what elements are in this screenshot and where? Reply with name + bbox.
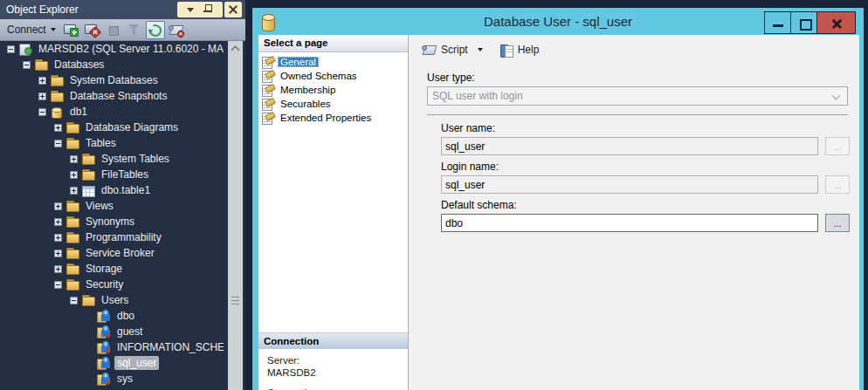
refresh-icon	[148, 23, 162, 37]
tree-item-databases[interactable]: Databases	[0, 57, 224, 72]
page-item-general[interactable]: General	[261, 55, 408, 69]
tree-expander-icon[interactable]	[70, 187, 78, 195]
close-panel-button[interactable]	[224, 2, 242, 17]
page-icon	[261, 84, 275, 96]
tree-node-icon	[65, 216, 79, 228]
tree-node-icon	[65, 231, 79, 243]
tree-expander-icon[interactable]	[54, 202, 62, 210]
tree-expander-icon[interactable]	[38, 77, 46, 85]
tree-node-icon	[65, 137, 79, 149]
tree-expander-icon[interactable]	[38, 108, 46, 116]
login-name-label: Login name:	[441, 161, 859, 173]
disconnect-server-icon	[85, 23, 100, 37]
tree-item-information-schema[interactable]: INFORMATION_SCHEMA	[0, 339, 224, 355]
tree-item-db1[interactable]: db1	[0, 104, 224, 120]
dialog-toolbar: Script Help	[409, 35, 859, 65]
stop-button[interactable]	[104, 21, 123, 39]
tree-expander-icon[interactable]	[38, 92, 46, 100]
pin-icon[interactable]	[203, 3, 213, 16]
tree-item-label: INFORMATION_SCHEMA	[114, 340, 224, 354]
tree-item-service-broker[interactable]: Service Broker	[0, 245, 224, 261]
user-type-label: User type:	[427, 72, 859, 84]
tree-expander-icon[interactable]	[23, 61, 31, 69]
tree-item-tables[interactable]: Tables	[0, 135, 224, 151]
page-item-membership[interactable]: Membership	[261, 83, 408, 97]
tree-item-label: dbo	[114, 309, 137, 323]
tree-item-filetables[interactable]: FileTables	[0, 167, 224, 182]
tree-expander-icon[interactable]	[54, 250, 62, 257]
filter-button[interactable]	[125, 21, 144, 39]
dialog-body: Select a page General Owned Schemas Memb…	[258, 35, 859, 390]
auto-generate-scripts-button[interactable]	[167, 21, 186, 39]
script-dropdown-icon[interactable]	[478, 48, 483, 51]
tree-item-system-databases[interactable]: System Databases	[0, 72, 224, 88]
tree-expander-icon[interactable]	[54, 218, 62, 226]
tree-expander-icon[interactable]	[54, 234, 62, 242]
tree-scrollbar[interactable]	[228, 41, 243, 390]
page-icon	[261, 70, 275, 82]
tree-item-system-tables[interactable]: System Tables	[0, 151, 224, 167]
tree-item-label: System Databases	[67, 73, 161, 87]
tree-node-icon	[97, 325, 111, 338]
tree-expander-icon[interactable]	[54, 124, 62, 132]
tree-expander-icon[interactable]	[70, 171, 78, 179]
refresh-button[interactable]	[146, 21, 165, 39]
default-schema-field[interactable]	[441, 214, 818, 232]
tree-item-marsdb2-sql-server-11-0-6020-mar[interactable]: MARSDB2 (SQL Server 11.0.6020 - MARSD	[0, 41, 224, 57]
page-list: General Owned Schemas Membership Securab…	[258, 52, 408, 125]
tree-node-icon	[81, 168, 95, 181]
tree-node-icon	[34, 58, 48, 71]
page-item-label: Securables	[278, 99, 334, 109]
tree-item-programmability[interactable]: Programmability	[0, 229, 224, 245]
window-position-menu-icon[interactable]	[187, 8, 194, 12]
login-name-field[interactable]	[441, 175, 818, 194]
tree-item-guest[interactable]: guest	[0, 324, 224, 339]
app-root: Object Explorer Connect	[0, 0, 868, 390]
scroll-up-arrow-icon[interactable]	[228, 41, 243, 55]
page-item-extended-properties[interactable]: Extended Properties	[261, 111, 408, 125]
scrollbar-thumb-grip[interactable]	[231, 297, 239, 305]
user-name-label: User name:	[441, 122, 859, 134]
tree-item-synonyms[interactable]: Synonyms	[0, 214, 224, 229]
tree-node-icon	[65, 247, 79, 259]
object-explorer-panel: Object Explorer Connect	[0, 0, 245, 390]
tree-expander-icon[interactable]	[54, 281, 62, 289]
tree-expander-icon[interactable]	[7, 45, 15, 53]
dialog-title: Database User - sql_user	[484, 14, 632, 29]
dialog-title-bar[interactable]: Database User - sql_user	[252, 8, 864, 35]
tree-item-sql-user[interactable]: sql_user	[0, 355, 224, 371]
tree-expander-icon[interactable]	[54, 140, 62, 147]
tree-item-dbo[interactable]: dbo	[0, 308, 224, 324]
maximize-button[interactable]	[790, 11, 817, 34]
login-name-browse-button[interactable]: ...	[825, 175, 850, 194]
disconnect-server-button[interactable]	[83, 21, 102, 39]
tree-item-dbo-table1[interactable]: dbo.table1	[0, 182, 224, 198]
tree-item-database-diagrams[interactable]: Database Diagrams	[0, 120, 224, 135]
tree-node-icon	[81, 184, 95, 196]
tree-expander-icon[interactable]	[54, 265, 62, 273]
page-item-owned-schemas[interactable]: Owned Schemas	[261, 69, 408, 83]
tree-item-sys[interactable]: sys	[0, 371, 224, 387]
user-name-field[interactable]	[441, 137, 818, 155]
default-schema-browse-button[interactable]: ...	[825, 214, 850, 232]
minimize-button[interactable]	[764, 11, 791, 34]
tree-expander-icon[interactable]	[70, 155, 78, 163]
connect-button[interactable]: Connect	[0, 21, 61, 39]
tree-item-label: System Tables	[99, 152, 172, 166]
object-explorer-title: Object Explorer	[6, 3, 79, 16]
help-button[interactable]: Help	[495, 41, 544, 59]
close-button[interactable]	[816, 11, 856, 34]
user-type-combobox[interactable]: SQL user with login	[427, 86, 848, 106]
tree-expander-icon[interactable]	[70, 297, 78, 304]
tree-item-database-snapshots[interactable]: Database Snapshots	[0, 88, 224, 104]
page-item-securables[interactable]: Securables	[261, 97, 408, 111]
connect-server-button[interactable]	[62, 21, 81, 39]
script-button[interactable]: Script	[417, 40, 472, 59]
tree-item-users[interactable]: Users	[0, 292, 224, 308]
tree-item-label: db1	[67, 105, 90, 119]
database-user-dialog: Database User - sql_user Select a page G…	[251, 7, 865, 390]
tree-item-security[interactable]: Security	[0, 277, 224, 292]
tree-item-views[interactable]: Views	[0, 198, 224, 214]
tree-item-storage[interactable]: Storage	[0, 261, 224, 277]
user-name-browse-button[interactable]: ...	[825, 137, 850, 155]
